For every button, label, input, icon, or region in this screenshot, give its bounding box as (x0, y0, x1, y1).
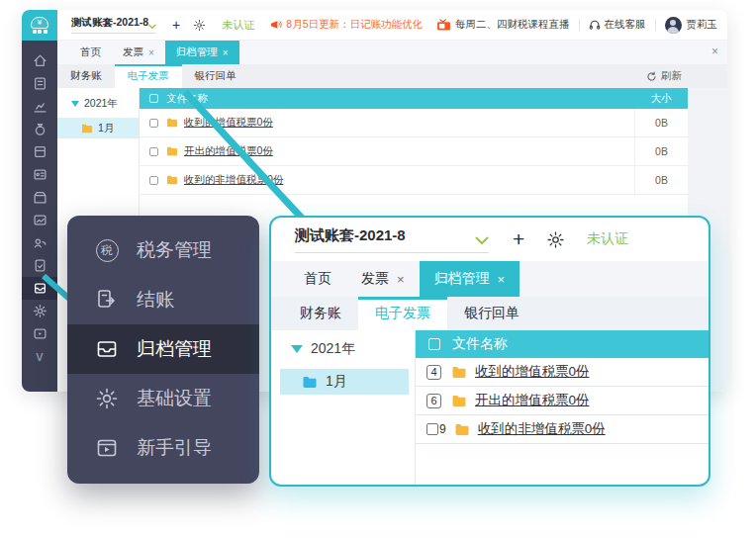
tree-node-year[interactable]: 2021年 (271, 330, 415, 366)
username[interactable]: 贾莉玉 (687, 18, 718, 32)
row-checkbox[interactable]: 4 (426, 365, 441, 380)
logo-wordmark (33, 30, 47, 34)
sidebar-item-contacts[interactable] (22, 231, 57, 254)
gear-icon (33, 304, 47, 318)
sidebar-item-settings[interactable] (22, 300, 57, 322)
tab-home[interactable]: 首页 (69, 41, 112, 64)
select-all-checkbox[interactable] (149, 94, 158, 103)
menu-item-label: 税务管理 (137, 237, 212, 263)
certification-status[interactable]: 未认证 (587, 230, 628, 248)
tab-home[interactable]: 首页 (289, 261, 346, 297)
menu-item-tax[interactable]: 税 税务管理 (67, 225, 259, 275)
sidebar-item-reports[interactable] (22, 95, 57, 118)
annotation-number: 4 (430, 366, 436, 378)
account-selector[interactable]: 测试账套-2021-8 (295, 226, 489, 253)
subtab-einvoice[interactable]: 电子发票 (358, 297, 447, 330)
annotation-number: 6 (430, 395, 436, 406)
close-icon[interactable]: × (711, 45, 718, 58)
tree-node-year[interactable]: 2021年 (57, 88, 139, 118)
file-link[interactable]: 开出的增值税票0份 (475, 392, 590, 409)
file-size: 0B (634, 109, 688, 136)
menu-item-closing[interactable]: 结账 (67, 275, 259, 324)
table-row[interactable]: 收到的非增值税票0份 0B (140, 166, 688, 195)
tree-node-month[interactable]: 1月 (57, 118, 139, 138)
sidebar-item-version[interactable]: V (22, 345, 57, 368)
tab-archive[interactable]: 归档管理× (420, 261, 520, 297)
settings-gear-icon[interactable] (193, 19, 206, 32)
folder-tree: 2021年 1月 (271, 330, 416, 485)
tab-close-icon[interactable]: × (148, 47, 154, 58)
sidebar-item-ledger[interactable] (22, 72, 57, 95)
sidebar-item-salary[interactable] (22, 186, 57, 209)
sidebar-item-vouchers[interactable] (22, 140, 57, 163)
folder-icon (166, 146, 178, 156)
row-checkbox[interactable]: 9 (426, 422, 446, 436)
file-link[interactable]: 开出的增值税票0份 (184, 144, 273, 158)
live-course-link[interactable]: 每周二、四财税课程直播 (436, 18, 570, 32)
settings-gear-icon[interactable] (546, 230, 565, 249)
subtab-bank[interactable]: 银行回单 (182, 64, 249, 88)
user-avatar[interactable] (665, 17, 682, 34)
sidebar-item-closing[interactable] (22, 254, 57, 277)
file-link[interactable]: 收到的增值税票0份 (184, 116, 273, 130)
sidebar-item-assets[interactable] (22, 209, 57, 231)
subtab-bank[interactable]: 银行回单 (447, 297, 536, 330)
sidebar-item-guide[interactable] (22, 322, 57, 345)
column-header-name[interactable]: 文件名称 (452, 335, 508, 353)
menu-item-settings[interactable]: 基础设置 (67, 374, 259, 423)
megaphone-icon (269, 19, 282, 31)
tab-close-icon[interactable]: × (223, 47, 229, 58)
page: ¥ 测试账套-2021-8 + 未认证 8月5日更新：日记账功能优化 每周二、四… (0, 0, 756, 539)
subtab-finance[interactable]: 财务账 (57, 64, 115, 88)
tab-close-icon[interactable]: × (397, 272, 405, 287)
add-account-button[interactable]: + (172, 17, 180, 33)
archive-icon (94, 336, 120, 362)
tree-node-month[interactable]: 1月 (280, 369, 409, 395)
logo-currency: ¥ (38, 19, 42, 27)
tab-invoice[interactable]: 发票× (112, 41, 165, 64)
table-row[interactable]: 4 收到的增值税票0份 (416, 358, 709, 387)
tab-invoice[interactable]: 发票× (346, 261, 420, 297)
table-row[interactable]: 开出的增值税票0份 0B (140, 137, 688, 166)
sidebar: V (22, 41, 57, 392)
sidebar-item-archive[interactable] (22, 277, 57, 300)
account-selector[interactable]: 测试账套-2021-8 (71, 16, 156, 34)
caret-down-icon (71, 101, 79, 107)
announcement[interactable]: 8月5日更新：日记账功能优化 (269, 18, 423, 32)
column-header-name[interactable]: 文件名称 (166, 92, 634, 106)
sidebar-item-invoices[interactable] (22, 163, 57, 186)
refresh-icon (646, 71, 657, 82)
sidebar-item-funds[interactable] (22, 118, 57, 140)
row-checkbox[interactable] (149, 176, 158, 185)
online-support-link[interactable]: 在线客服 (589, 18, 646, 32)
file-link[interactable]: 收到的非增值税票0份 (478, 420, 606, 438)
tab-archive[interactable]: 归档管理× (165, 41, 239, 64)
row-checkbox[interactable] (149, 119, 158, 128)
select-all-checkbox[interactable] (428, 338, 440, 350)
file-link[interactable]: 收到的增值税票0份 (475, 363, 590, 381)
row-checkbox[interactable]: 6 (426, 394, 441, 408)
table-header-row: 文件名称 (416, 330, 709, 358)
menu-item-archive[interactable]: 归档管理 (67, 324, 259, 374)
add-account-button[interactable]: + (513, 227, 524, 251)
sidebar-item-home[interactable] (22, 49, 57, 72)
subtab-finance[interactable]: 财务账 (283, 297, 358, 330)
certification-status[interactable]: 未认证 (222, 18, 254, 33)
overlay-tabbar: 首页 发票× 归档管理× (271, 261, 709, 297)
tab-close-icon[interactable]: × (498, 272, 506, 287)
refresh-button[interactable]: 刷新 (646, 64, 682, 88)
column-header-size[interactable]: 大小 (634, 92, 688, 106)
video-play-icon (33, 326, 47, 341)
menu-item-guide[interactable]: 新手引导 (67, 423, 259, 473)
tree-month-label: 1月 (326, 373, 347, 391)
tv-live-icon (436, 19, 451, 31)
row-checkbox[interactable] (149, 147, 158, 156)
subtab-einvoice[interactable]: 电子发票 (115, 64, 182, 88)
table-row[interactable]: 收到的增值税票0份 0B (140, 109, 688, 137)
app-logo[interactable]: ¥ (22, 10, 57, 41)
menu-item-label: 归档管理 (137, 336, 212, 362)
table-row[interactable]: 9 收到的非增值税票0份 (416, 415, 709, 444)
file-link[interactable]: 收到的非增值税票0份 (184, 173, 283, 187)
table-row[interactable]: 6 开出的增值税票0份 (416, 387, 709, 415)
version-letter-icon: V (36, 351, 43, 363)
